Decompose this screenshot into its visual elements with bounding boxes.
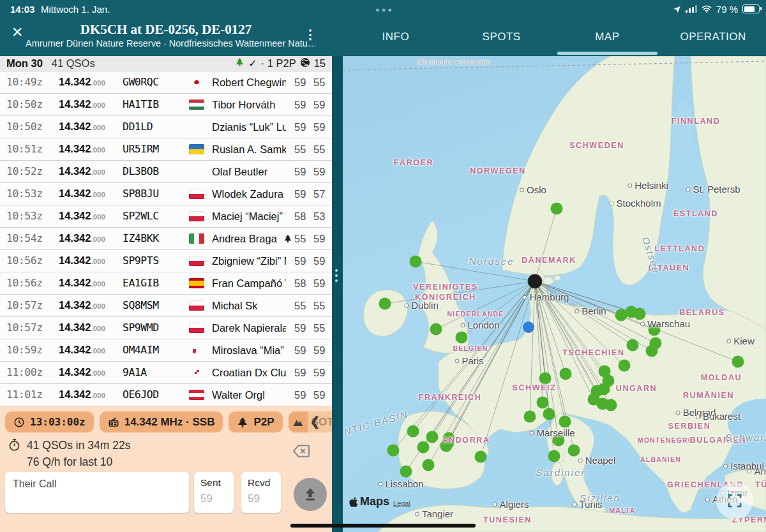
stopwatch-icon [8, 438, 21, 452]
qso-time: 10:56z [6, 255, 43, 267]
legal-link[interactable]: Legal [393, 499, 410, 507]
sent-label: Sent [200, 477, 221, 489]
qso-map-marker[interactable] [426, 431, 439, 443]
qso-rst-rcvd: 55 [313, 144, 325, 156]
map-label-tschechien: TSCHECHIEN [562, 348, 624, 357]
qso-time: 11:00z [6, 366, 43, 378]
qso-callsign: SP9WMD [123, 321, 159, 334]
qso-time: 10:54z [6, 232, 43, 244]
globe-icon [300, 57, 310, 70]
qso-map-marker[interactable] [560, 368, 572, 380]
qso-map-marker[interactable] [417, 441, 430, 454]
qso-map-marker[interactable] [400, 466, 412, 478]
qso-row-SP9PTS[interactable]: 10:56z14.342.000SP9PTSZbigniew “Zibi” Mi… [0, 250, 332, 272]
qso-map-marker[interactable] [423, 459, 435, 471]
qso-map-marker[interactable] [387, 445, 400, 457]
qso-row-GW0RQC[interactable]: 10:49z14.342.000GW0RQCRobert Chegwin5955 [0, 71, 332, 94]
qso-map-marker[interactable] [410, 256, 422, 268]
qso-map-marker[interactable] [407, 425, 419, 438]
qso-rst-sent: 55 [294, 144, 306, 156]
qso-row-DD1LD[interactable]: 10:50z14.342.000DD1LDDzianis “Luk” Luka5… [0, 116, 332, 138]
station-map-marker[interactable] [528, 274, 542, 288]
qso-list: 10:49z14.342.000GW0RQCRobert Chegwin5955… [0, 71, 332, 406]
qso-operator-name: Croatian Dx Club - [212, 367, 286, 379]
their-call-input[interactable]: Their Call [5, 472, 189, 513]
qso-callsign: OE6JOD [123, 388, 159, 401]
tab-info[interactable]: INFO [343, 18, 449, 56]
flag-hungary-icon [189, 100, 204, 110]
qso-row-EA1GIB[interactable]: 10:56z14.342.000EA1GIBFran Campañó Va585… [0, 272, 332, 295]
spot-map-marker-blue[interactable] [523, 321, 534, 333]
map-label-dublin: Dublin [404, 300, 439, 311]
qso-map-marker[interactable] [379, 298, 391, 310]
map-view[interactable]: FÄRÖERNORWEGENSCHWEDENFINNLANDESTLANDLET… [343, 56, 766, 532]
tab-operation[interactable]: OPERATION [660, 18, 766, 56]
qso-rst-rcvd: 59 [313, 121, 325, 133]
qso-time: 10:50z [6, 121, 43, 133]
map-label-helsinki: Helsinki [627, 180, 668, 191]
qso-time: 10:57z [6, 321, 43, 334]
map-label-st-petersb: St. Petersb [686, 184, 740, 195]
qso-operator-name: Maciej “Maciej” W [212, 211, 286, 223]
qso-row-UR5IRM[interactable]: 10:51z14.342.000UR5IRMRuslan A. Samkov55… [0, 138, 332, 161]
qso-map-marker[interactable] [559, 416, 571, 428]
fullscreen-button[interactable] [716, 482, 753, 519]
kebab-menu-icon[interactable]: ⋮ [304, 27, 317, 42]
qso-frequency: 14.342.000 [59, 121, 105, 133]
tab-bar: INFOSPOTSMAPOPERATION [343, 18, 766, 56]
log-qso-button[interactable] [294, 478, 327, 511]
home-indicator[interactable] [290, 524, 476, 528]
qso-row-OE6JOD[interactable]: 11:01z14.342.000OE6JODWalter Orgl5959 [0, 384, 332, 406]
qso-row-SQ8MSM[interactable]: 10:57z14.342.000SQ8MSMMichal Sk5555 [0, 295, 332, 317]
qso-map-marker[interactable] [475, 451, 487, 463]
qso-map-marker[interactable] [646, 345, 658, 357]
flag-none-icon [189, 122, 204, 132]
chip-13-03-00z[interactable]: 13:03:00z [5, 411, 94, 432]
qso-operator-name: Miroslava “Mia” H [212, 344, 286, 357]
tab-spots[interactable]: SPOTS [449, 18, 555, 56]
chip-sota[interactable]: ❮SOTA [289, 411, 332, 432]
qso-time: 10:56z [6, 277, 43, 289]
qso-row-SP9WMD[interactable]: 10:57z14.342.000SP9WMDDarek Napierala595… [0, 317, 332, 339]
qso-row-OM4AIM[interactable]: 10:59z14.342.000OM4AIMMiroslava “Mia” H5… [0, 339, 332, 362]
map-label-malta: MALTA [609, 506, 635, 514]
tab-map[interactable]: MAP [555, 18, 661, 56]
qso-operator-name: Michal Sk [212, 300, 286, 312]
qso-frequency: 14.342.000 [59, 299, 105, 311]
sent-rst-input[interactable]: Sent 59 [194, 472, 234, 513]
qso-row-IZ4BKK[interactable]: 10:54z14.342.000IZ4BKKAndrea Braga5559 [0, 228, 332, 250]
qso-map-marker[interactable] [548, 450, 560, 462]
qso-row-SP2WLC[interactable]: 10:53z14.342.000SP2WLCMaciej “Maciej” W5… [0, 205, 332, 228]
qso-rst-rcvd: 59 [313, 389, 325, 401]
battery-icon [742, 4, 760, 13]
qso-map-marker[interactable] [605, 399, 617, 411]
check-icon: ✓ [248, 57, 257, 70]
flag-ukraine-icon [189, 144, 204, 154]
qso-map-marker[interactable] [524, 411, 536, 423]
qso-row-9A1A[interactable]: 11:00z14.342.0009A1ACroatian Dx Club -59… [0, 362, 332, 384]
chip-p2p[interactable]: P2P [229, 411, 282, 432]
chip-14-342-mhz-ssb[interactable]: 14.342 MHz · SSB [100, 411, 223, 432]
qso-row-DL3BOB[interactable]: 10:52z14.342.000DL3BOBOlaf Beutler5959 [0, 161, 332, 183]
split-divider[interactable] [332, 56, 343, 532]
close-icon[interactable]: ✕ [11, 26, 23, 40]
qso-row-HA1TIB[interactable]: 10:50z14.342.000HA1TIBTibor Horváth5959 [0, 94, 332, 116]
tree-icon [237, 417, 248, 428]
qso-map-marker[interactable] [537, 397, 549, 409]
rcvd-rst-input[interactable]: Rcvd 59 [241, 472, 281, 513]
their-call-placeholder: Their Call [13, 478, 56, 490]
qso-map-marker[interactable] [543, 408, 555, 420]
qso-map-marker[interactable] [456, 332, 468, 344]
qso-map-marker[interactable] [627, 339, 639, 351]
qso-map-marker[interactable] [539, 373, 552, 385]
qso-map-marker[interactable] [732, 356, 744, 368]
maps-wordmark: Maps [360, 495, 389, 508]
qso-map-marker[interactable] [619, 360, 631, 372]
qso-map-marker[interactable] [430, 323, 442, 336]
qso-row-SP8BJU[interactable]: 10:53z14.342.000SP8BJUWlodek Zadura5957 [0, 183, 332, 205]
map-label-vereinigtes: VEREINIGTES [413, 283, 478, 292]
qso-map-marker[interactable] [551, 203, 563, 215]
qso-rst-sent: 59 [294, 77, 306, 89]
backspace-button[interactable] [289, 441, 314, 463]
map-label-tü: TÜ [755, 480, 766, 489]
